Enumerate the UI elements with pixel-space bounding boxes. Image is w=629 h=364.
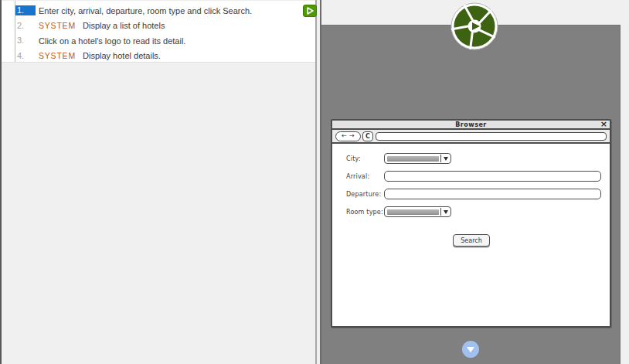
refresh-button[interactable]: C [362, 131, 373, 141]
step-number-selected: 1. [15, 5, 36, 15]
canvas-pane: Browser × ← → C City: [321, 25, 620, 364]
combobox-arrow-button[interactable] [440, 155, 450, 162]
step-row-1[interactable]: 1. Enter city, arrival, departure, room … [2, 3, 315, 19]
browser-titlebar[interactable]: Browser × [332, 121, 610, 130]
combobox-arrow-button[interactable] [440, 208, 450, 216]
step-keyword-system: SYSTEM [39, 21, 83, 30]
step-number: 3. [15, 36, 36, 46]
back-button[interactable]: ← [342, 133, 347, 139]
search-button[interactable]: Search [453, 234, 490, 247]
step-row-4[interactable]: 4. SYSTEM Display hotel details. [2, 49, 315, 64]
next-step-button[interactable] [462, 341, 479, 358]
step-number: 4. [15, 51, 36, 61]
step-text: Display hotel details. [83, 51, 161, 60]
browser-content: City: Arrival: Departure: [332, 144, 610, 323]
city-combobox[interactable] [384, 153, 451, 164]
play-icon [304, 5, 316, 16]
dropdown-arrow-icon [444, 157, 448, 161]
room-type-combobox[interactable] [384, 206, 451, 217]
room-type-label: Room type: [346, 209, 384, 216]
steps-list: 1. Enter city, arrival, departure, room … [2, 0, 315, 63]
browser-toolbar: ← → C [332, 130, 610, 144]
combobox-value-bar [387, 156, 439, 162]
arrival-input[interactable] [384, 171, 601, 182]
run-button[interactable] [303, 5, 317, 17]
departure-row: Departure: [346, 189, 610, 199]
step-keyword-system: SYSTEM [39, 51, 83, 60]
departure-input[interactable] [384, 189, 601, 199]
browser-window[interactable]: Browser × ← → C City: [331, 119, 611, 328]
step-row-2[interactable]: 2. SYSTEM Display a list of hotels [2, 19, 315, 34]
departure-label: Departure: [346, 191, 384, 198]
step-text: Display a list of hotels [83, 21, 165, 30]
steps-panel: 1. Enter city, arrival, departure, room … [0, 0, 317, 364]
app-window: 1. Enter city, arrival, departure, room … [0, 0, 629, 364]
app-logo [450, 2, 498, 50]
step-number: 2. [15, 21, 36, 31]
city-row: City: [346, 153, 610, 164]
room-type-row: Room type: [346, 206, 610, 217]
browser-title: Browser [455, 121, 487, 128]
step-text: Enter city, arrival, departure, room typ… [39, 6, 252, 15]
aperture-play-icon [450, 2, 498, 50]
dropdown-arrow-icon [444, 210, 448, 214]
combobox-value-bar [387, 209, 439, 215]
close-icon[interactable]: × [600, 119, 607, 130]
url-input[interactable] [376, 132, 607, 141]
nav-button-group: ← → [335, 131, 361, 141]
step-row-3[interactable]: 3. Click on a hotel's logo to read its d… [2, 33, 315, 49]
city-label: City: [346, 155, 384, 162]
arrival-row: Arrival: [346, 171, 610, 182]
arrival-label: Arrival: [346, 173, 384, 180]
forward-button[interactable]: → [349, 133, 355, 139]
chevron-down-icon [467, 347, 474, 352]
step-text: Click on a hotel's logo to read its deta… [39, 36, 185, 46]
